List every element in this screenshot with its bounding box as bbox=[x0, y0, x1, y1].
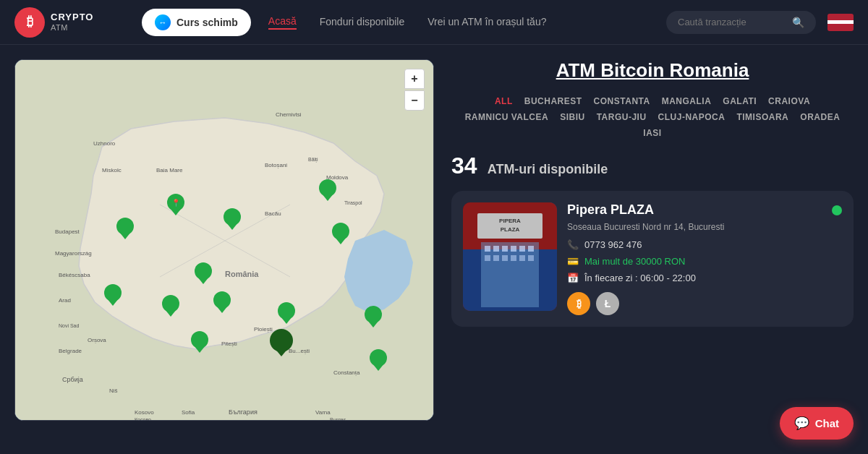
nav-item-atm[interactable]: Vrei un ATM în orașul tău? bbox=[427, 16, 546, 29]
phone-icon: 📞 bbox=[567, 239, 579, 250]
svg-text:Ploiești: Ploiești bbox=[254, 326, 273, 333]
search-icon[interactable]: 🔍 bbox=[792, 17, 804, 28]
curs-schimb-label: Curs schimb bbox=[176, 17, 238, 28]
page-title: ATM Bitcoin Romania bbox=[451, 59, 854, 82]
svg-text:Bacău: Bacău bbox=[265, 210, 281, 217]
filter-mangalia[interactable]: MANGALIA bbox=[662, 96, 712, 106]
svg-text:Bu...ești: Bu...ești bbox=[289, 348, 310, 354]
svg-text:Косово: Косово bbox=[135, 417, 151, 421]
hours-icon: 📅 bbox=[567, 273, 579, 283]
atm-address: Soseaua Bucuresti Nord nr 14, Bucuresti bbox=[567, 222, 842, 232]
atm-phone: 0773 962 476 bbox=[584, 239, 642, 250]
svg-text:Bălți: Bălți bbox=[308, 157, 318, 163]
svg-text:PIPERA: PIPERA bbox=[499, 218, 521, 224]
svg-text:Békéscsaba: Békéscsaba bbox=[59, 272, 90, 278]
city-filters: ALL BUCHAREST CONSTANTA MANGALIA GALATI … bbox=[451, 96, 854, 138]
svg-rect-69 bbox=[519, 246, 525, 252]
language-flag[interactable] bbox=[827, 14, 854, 31]
svg-text:Constanța: Constanța bbox=[333, 369, 360, 376]
search-input[interactable] bbox=[678, 17, 786, 27]
map-container: Uzhnoro Chernivtsi Miskolc Baia Mare Bot… bbox=[14, 59, 434, 421]
svg-rect-71 bbox=[485, 255, 490, 261]
nav-item-acasa[interactable]: Acasă bbox=[268, 15, 297, 30]
filter-iasi[interactable]: IASI bbox=[643, 128, 661, 138]
filter-targu[interactable]: TARGU-JIU bbox=[597, 112, 647, 122]
svg-text:Magyarország: Magyarország bbox=[55, 250, 92, 257]
btc-icon: ₿ bbox=[567, 292, 590, 315]
right-panel: ATM Bitcoin Romania ALL BUCHAREST CONSTA… bbox=[451, 59, 854, 440]
filter-galati[interactable]: GALATI bbox=[723, 96, 757, 106]
svg-text:Botoșani: Botoșani bbox=[265, 162, 287, 168]
svg-text:Tiraspol: Tiraspol bbox=[344, 200, 362, 206]
logo-crypto: CRYPTO bbox=[51, 12, 93, 22]
ltc-icon: Ł bbox=[596, 292, 619, 315]
svg-text:📍: 📍 bbox=[171, 198, 181, 207]
svg-text:PLAZA: PLAZA bbox=[501, 226, 520, 233]
atm-hours: În fiecare zi : 06:00 - 22:00 bbox=[584, 273, 696, 283]
cash-icon: 💳 bbox=[567, 256, 579, 267]
logo-text: CRYPTO ATM bbox=[51, 12, 93, 31]
svg-text:Србија: Србија bbox=[62, 376, 83, 383]
map-zoom-controls: + − bbox=[404, 69, 425, 111]
crypto-icons: ₿ Ł bbox=[567, 292, 842, 315]
svg-text:Orșova: Orșova bbox=[88, 337, 106, 343]
header: ₿ CRYPTO ATM ↔ Curs schimb Acasă Fonduri… bbox=[0, 0, 868, 45]
atm-image: PIPERA PLAZA bbox=[463, 202, 557, 311]
svg-text:România: România bbox=[225, 270, 259, 278]
svg-rect-67 bbox=[502, 246, 508, 252]
atm-phone-row: 📞 0773 962 476 bbox=[567, 239, 842, 250]
svg-rect-64 bbox=[481, 242, 539, 307]
svg-text:Burgas: Burgas bbox=[330, 417, 346, 421]
svg-text:Baia Mare: Baia Mare bbox=[156, 167, 183, 174]
atm-name: Pipera PLAZA bbox=[567, 202, 654, 218]
filter-sibiu[interactable]: SIBIU bbox=[560, 112, 585, 122]
atm-cash: Mai mult de 30000 RON bbox=[584, 256, 685, 267]
curs-schimb-button[interactable]: ↔ Curs schimb bbox=[142, 9, 251, 36]
filter-bucharest[interactable]: BUCHAREST bbox=[524, 96, 582, 106]
filter-all[interactable]: ALL bbox=[495, 96, 513, 106]
atm-name-row: Pipera PLAZA bbox=[567, 202, 842, 218]
logo-icon: ₿ bbox=[14, 7, 45, 38]
svg-text:Varna: Varna bbox=[315, 409, 331, 416]
atm-card: PIPERA PLAZA Pipera PLAZA Soseaua Bucure… bbox=[451, 191, 854, 327]
main-nav: Acasă Fonduri disponibile Vrei un ATM în… bbox=[268, 15, 655, 30]
nav-item-fonduri[interactable]: Fonduri disponibile bbox=[320, 16, 405, 29]
zoom-in-button[interactable]: + bbox=[404, 69, 425, 89]
svg-text:Sofia: Sofia bbox=[182, 409, 195, 416]
svg-text:Uzhnoro: Uzhnoro bbox=[93, 140, 116, 147]
svg-rect-76 bbox=[528, 255, 534, 261]
filter-ramnicu[interactable]: RAMNICU VALCEA bbox=[465, 112, 548, 122]
filter-craiova[interactable]: CRAIOVA bbox=[768, 96, 810, 106]
svg-text:Chernivtsi: Chernivtsi bbox=[276, 111, 302, 118]
atm-info: Pipera PLAZA Soseaua Bucuresti Nord nr 1… bbox=[567, 202, 842, 315]
logo-area: ₿ CRYPTO ATM bbox=[14, 7, 130, 38]
status-indicator bbox=[832, 205, 842, 215]
atm-hours-row: 📅 În fiecare zi : 06:00 - 22:00 bbox=[567, 273, 842, 283]
svg-rect-74 bbox=[511, 255, 516, 261]
curs-schimb-icon: ↔ bbox=[155, 14, 171, 30]
atm-building-svg: PIPERA PLAZA bbox=[463, 202, 557, 311]
chat-label: Chat bbox=[815, 417, 839, 429]
atm-count: 34 ATM-uri disponibile bbox=[451, 153, 854, 179]
svg-text:Pitești: Pitești bbox=[221, 340, 237, 347]
svg-rect-68 bbox=[511, 246, 516, 252]
filter-cluj[interactable]: CLUJ-NAPOCA bbox=[658, 112, 726, 122]
svg-rect-72 bbox=[493, 255, 499, 261]
chat-button[interactable]: 💬 Chat bbox=[780, 407, 854, 440]
svg-text:Kosovo: Kosovo bbox=[135, 409, 154, 416]
atm-count-number: 34 bbox=[451, 153, 477, 179]
svg-rect-73 bbox=[502, 255, 508, 261]
svg-text:Belgrade: Belgrade bbox=[59, 348, 82, 354]
map-svg: Uzhnoro Chernivtsi Miskolc Baia Mare Bot… bbox=[15, 60, 434, 421]
svg-text:Miskolc: Miskolc bbox=[102, 167, 122, 174]
svg-rect-66 bbox=[493, 246, 499, 252]
filter-timisoara[interactable]: TIMISOARA bbox=[736, 112, 788, 122]
zoom-out-button[interactable]: − bbox=[404, 90, 425, 111]
filter-constanta[interactable]: CONSTANTA bbox=[594, 96, 650, 106]
main-content: Uzhnoro Chernivtsi Miskolc Baia Mare Bot… bbox=[0, 45, 868, 454]
filter-oradea[interactable]: ORADEA bbox=[800, 112, 840, 122]
chat-bubble-icon: 💬 bbox=[794, 416, 809, 431]
logo-atm: ATM bbox=[51, 23, 93, 32]
svg-rect-75 bbox=[519, 255, 525, 261]
svg-text:Budapest: Budapest bbox=[55, 228, 80, 235]
